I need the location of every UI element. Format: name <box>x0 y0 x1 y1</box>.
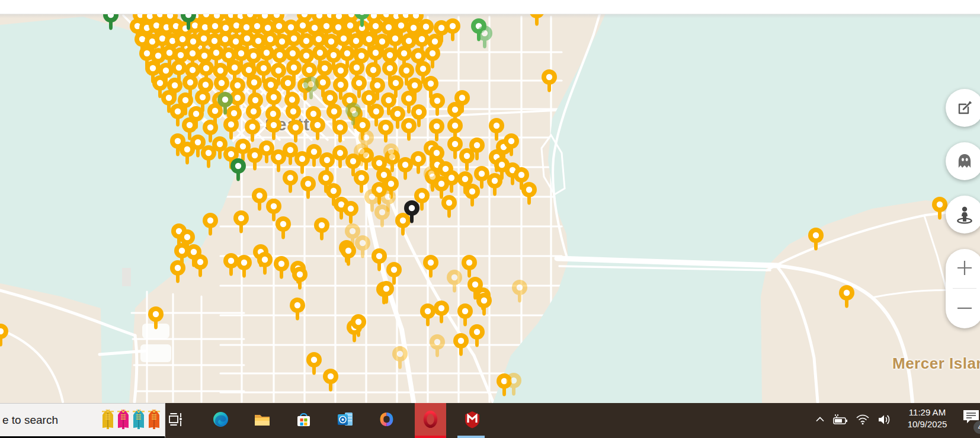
opera-active-indicator <box>415 436 446 438</box>
map-pin[interactable] <box>420 303 435 327</box>
map-pin[interactable] <box>453 333 469 356</box>
tray-volume[interactable] <box>875 403 895 436</box>
map-pin[interactable] <box>447 270 462 293</box>
map-pin[interactable] <box>512 280 527 303</box>
map-pin[interactable] <box>332 120 348 143</box>
map-streetside-button[interactable] <box>946 196 980 234</box>
map-pins-layer[interactable] <box>0 0 980 403</box>
map-pin[interactable] <box>379 281 394 304</box>
map-pin[interactable] <box>343 201 358 224</box>
tray-battery[interactable] <box>831 403 850 436</box>
desktop-screen: Seattle Mercer Island <box>0 0 980 438</box>
clock-block[interactable]: 11:29 AM 10/9/2025 <box>899 407 955 430</box>
map-pin[interactable] <box>430 93 445 116</box>
map-pin[interactable] <box>354 170 369 193</box>
map-pin[interactable] <box>398 157 413 180</box>
map-pin[interactable] <box>430 334 445 357</box>
mcafee-running-indicator <box>457 436 485 438</box>
map-pin[interactable] <box>808 228 824 251</box>
map-canvas[interactable]: Seattle Mercer Island <box>0 0 980 438</box>
map-pin[interactable] <box>266 117 281 140</box>
wifi-icon <box>856 414 870 425</box>
map-pin[interactable] <box>257 252 273 275</box>
map-pin[interactable] <box>274 256 289 279</box>
map-pin[interactable] <box>378 120 393 143</box>
map-pin[interactable] <box>223 253 239 276</box>
map-pin[interactable] <box>252 188 267 211</box>
map-pin[interactable] <box>469 324 485 347</box>
map-pin[interactable] <box>462 255 477 278</box>
map-pin[interactable] <box>423 255 438 278</box>
map-pin[interactable] <box>465 184 480 207</box>
map-pin[interactable] <box>310 117 325 140</box>
map-pin[interactable] <box>148 306 164 330</box>
map-zoom-control <box>946 249 980 328</box>
tray-overflow-button[interactable] <box>813 403 827 436</box>
map-pin[interactable] <box>401 118 417 141</box>
map-pin[interactable] <box>371 248 387 271</box>
map-pin[interactable] <box>839 285 854 308</box>
map-pin[interactable] <box>233 210 249 234</box>
taskbar-clock[interactable]: 11:29 AM <box>899 4 955 15</box>
microsoft-store-button[interactable] <box>288 403 319 436</box>
map-pin[interactable] <box>489 118 504 141</box>
map-pin[interactable] <box>542 69 557 92</box>
zoom-out-button[interactable] <box>946 289 980 327</box>
outlook-button[interactable] <box>329 403 361 436</box>
map-pin[interactable] <box>521 182 537 205</box>
map-pin[interactable] <box>434 300 449 324</box>
mcafee-icon <box>464 411 481 429</box>
map-pin[interactable] <box>283 170 298 193</box>
map-pin[interactable] <box>323 369 338 392</box>
edge-button[interactable] <box>205 403 236 436</box>
map-pin[interactable] <box>477 25 492 49</box>
map-pin[interactable] <box>457 303 473 327</box>
map-pin[interactable] <box>392 346 408 369</box>
chevron-up-icon <box>816 417 824 422</box>
map-edit-button[interactable] <box>946 89 980 127</box>
tray-wifi[interactable] <box>853 403 872 436</box>
map-pin[interactable] <box>932 197 947 220</box>
map-pin[interactable] <box>170 260 185 283</box>
taskbar-search-input[interactable]: e to search <box>0 403 165 438</box>
map-pin[interactable] <box>332 145 348 168</box>
map-pin[interactable] <box>445 18 460 41</box>
map-pin[interactable] <box>306 144 322 167</box>
map-pin[interactable] <box>487 173 502 196</box>
map-pin[interactable] <box>411 151 426 174</box>
map-pin[interactable] <box>355 235 370 258</box>
map-pin[interactable] <box>193 254 208 277</box>
map-pin[interactable] <box>506 373 521 396</box>
map-pin[interactable] <box>236 255 252 278</box>
notification-bubble-icon <box>962 410 980 424</box>
map-ghost-button[interactable] <box>946 142 980 180</box>
map-pin[interactable] <box>429 119 444 142</box>
map-pin[interactable] <box>276 216 291 239</box>
file-explorer-button[interactable] <box>246 403 278 436</box>
copilot-button[interactable] <box>371 403 402 436</box>
map-pin[interactable] <box>314 218 329 241</box>
map-pin[interactable] <box>288 120 303 143</box>
map-pin[interactable] <box>395 213 411 236</box>
map-pin[interactable] <box>245 119 260 142</box>
map-pin[interactable] <box>203 213 218 236</box>
map-pin[interactable] <box>290 298 305 321</box>
map-pin[interactable] <box>223 117 239 140</box>
map-pin[interactable] <box>300 176 316 199</box>
map-pin[interactable] <box>341 243 356 266</box>
opera-icon <box>422 411 438 428</box>
map-pin[interactable] <box>230 158 246 181</box>
map-pin[interactable] <box>476 293 492 316</box>
microsoft-store-icon <box>296 411 312 427</box>
notification-center-button[interactable] <box>962 410 980 427</box>
opera-button[interactable] <box>415 403 446 436</box>
map-pin[interactable] <box>292 267 308 290</box>
map-pin[interactable] <box>0 324 8 347</box>
map-pin[interactable] <box>306 352 322 375</box>
task-view-button[interactable] <box>160 403 191 436</box>
map-pin[interactable] <box>441 195 457 218</box>
mcafee-button[interactable] <box>456 403 488 436</box>
map-pin[interactable] <box>459 148 475 171</box>
zoom-in-button[interactable] <box>946 249 980 287</box>
streetside-person-icon <box>955 205 974 224</box>
